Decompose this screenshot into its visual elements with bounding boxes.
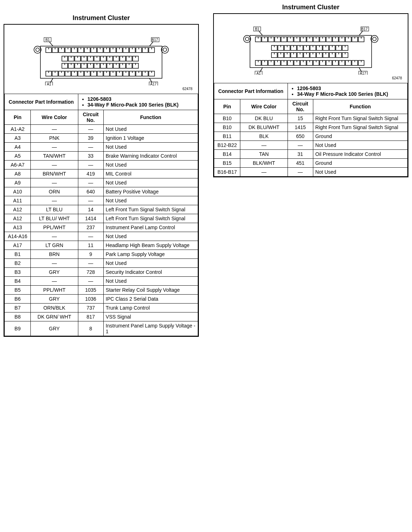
table-row: B3GRY728Security Indicator Control — [5, 268, 198, 277]
circuit-cell: 11 — [78, 241, 103, 250]
table-row: B5PPL/WHT1035Starter Relay Coil Supply V… — [5, 286, 198, 295]
section-title-left: Instrument Cluster — [4, 14, 199, 22]
table-row: B9GRY8Instrument Panel Lamp Supply Volta… — [5, 321, 198, 336]
label-a17: A17 — [150, 82, 157, 85]
pin-cell: B16-B17 — [214, 168, 240, 177]
connector-header-row: Connector Part Information 1206-5803 34-… — [5, 94, 198, 110]
circuit-cell: — — [78, 277, 103, 286]
circuit-cell: — — [78, 232, 103, 241]
connector-info: 1206-5803 34-Way F Micro-Pack 100 Series… — [78, 94, 198, 110]
label-a1: A1 — [47, 82, 52, 85]
pin-cell: A17 — [5, 241, 31, 250]
table-row: B12-B22——Not Used — [214, 141, 408, 150]
right-card: B1 B17 A1 A17 62478 Connector Part Infor… — [213, 13, 408, 177]
pin-cell: B2 — [5, 259, 31, 268]
func-cell: Not Used — [103, 232, 198, 241]
pin-cell: A14-A16 — [5, 232, 31, 241]
wire-cell: — — [31, 161, 78, 169]
wire-cell: — — [240, 141, 288, 150]
func-cell: Right Front Turn Signal Switch Signal — [313, 123, 407, 132]
label-a17: A17 — [360, 72, 366, 75]
table-row: B1BRN9Park Lamp Supply Voltage — [5, 250, 198, 259]
func-cell: Not Used — [103, 277, 198, 286]
wire-cell: PPL/WHT — [31, 223, 78, 232]
table-row: B15BLK/WHT451Ground — [214, 159, 408, 168]
func-cell: Instrument Panel Lamp Supply Voltage - 1 — [103, 321, 198, 336]
circuit-cell: — — [288, 141, 313, 150]
func-cell: Battery Positive Voltage — [103, 187, 198, 196]
wire-cell: BLK — [240, 132, 288, 141]
wire-cell: DK GRN/ WHT — [31, 312, 78, 321]
func-cell: Ignition 1 Voltage — [103, 134, 198, 143]
header-circuit: Circuit No. — [78, 110, 103, 125]
wire-cell: PNK — [31, 134, 78, 143]
wire-cell: LT GRN — [31, 241, 78, 250]
func-cell: Security Indicator Control — [103, 268, 198, 277]
circuit-cell: 419 — [78, 169, 103, 178]
wire-cell: — — [31, 196, 78, 205]
pin-cell: A6-A7 — [5, 161, 31, 169]
pin-cell: B7 — [5, 304, 31, 312]
wire-cell: — — [31, 143, 78, 152]
wire-cell: — — [31, 232, 78, 241]
circuit-cell: — — [78, 178, 103, 187]
pin-cell: B10 — [214, 114, 240, 123]
table-row: A17LT GRN11Headlamp High Beam Supply Vol… — [5, 241, 198, 250]
func-cell: Instrument Panel Lamp Control — [103, 223, 198, 232]
circuit-cell: 1415 — [288, 123, 313, 132]
connector-info: 1206-5803 34-Way F Micro-Pack 100 Series… — [288, 83, 407, 99]
func-cell: Headlamp High Beam Supply Voltage — [103, 241, 198, 250]
wire-cell: LT BLU — [31, 205, 78, 214]
func-cell: Ground — [313, 132, 407, 141]
left-card: B1 B17 A1 A17 62478 Connector Part Infor… — [4, 24, 199, 337]
circuit-cell: — — [288, 168, 313, 177]
circuit-cell: 15 — [288, 114, 313, 123]
header-wire: Wire Color — [240, 99, 288, 114]
svg-point-3 — [163, 48, 167, 51]
circuit-cell: 9 — [78, 250, 103, 259]
func-cell: Not Used — [103, 125, 198, 134]
pin-cell: A11 — [5, 196, 31, 205]
circuit-cell: 8 — [78, 321, 103, 336]
circuit-cell: — — [78, 161, 103, 169]
connector-info-item: 34-Way F Micro-Pack 100 Series (BLK) — [88, 102, 195, 108]
table-row: A3PNK39Ignition 1 Voltage — [5, 134, 198, 143]
table-row: A13PPL/WHT237Instrument Panel Lamp Contr… — [5, 223, 198, 232]
header-function: Function — [103, 110, 198, 125]
document-root: Instrument Cluster — [4, 4, 408, 337]
table-row: A14-A16——Not Used — [5, 232, 198, 241]
pin-cell: A5 — [5, 152, 31, 161]
label-b17: B17 — [361, 27, 368, 31]
diagram-number-right: 62478 — [217, 76, 404, 80]
wire-cell: — — [240, 168, 288, 177]
circuit-cell: 39 — [78, 134, 103, 143]
table-row: B10DK BLU15Right Front Turn Signal Switc… — [214, 114, 408, 123]
pin-cell: A8 — [5, 169, 31, 178]
label-b1: B1 — [45, 38, 50, 42]
pin-cell: B15 — [214, 159, 240, 168]
circuit-cell: 640 — [78, 187, 103, 196]
pin-cell: A12 — [5, 214, 31, 223]
table-row: A1-A2——Not Used — [5, 125, 198, 134]
pin-cell: B5 — [5, 286, 31, 295]
connector-info-item: 1206-5803 — [88, 96, 195, 102]
circuit-cell: — — [78, 125, 103, 134]
label-b17: B17 — [152, 38, 158, 42]
wire-cell: GRY — [31, 268, 78, 277]
svg-point-125 — [371, 35, 378, 43]
connector-info-item: 34-Way F Micro-Pack 100 Series (BLK) — [297, 91, 404, 97]
circuit-cell: 650 — [288, 132, 313, 141]
func-cell: Not Used — [103, 196, 198, 205]
func-cell: Trunk Lamp Control — [103, 304, 198, 312]
circuit-cell: — — [78, 196, 103, 205]
circuit-cell: 728 — [78, 268, 103, 277]
diagram-number-left: 62478 — [8, 87, 195, 91]
table-row: A11——Not Used — [5, 196, 198, 205]
circuit-cell: 737 — [78, 304, 103, 312]
func-cell: Starter Relay Coil Supply Voltage — [103, 286, 198, 295]
label-a1: A1 — [256, 72, 261, 75]
table-row: B2——Not Used — [5, 259, 198, 268]
circuit-cell: — — [78, 259, 103, 268]
wire-cell: — — [31, 259, 78, 268]
pin-cell: A10 — [5, 187, 31, 196]
